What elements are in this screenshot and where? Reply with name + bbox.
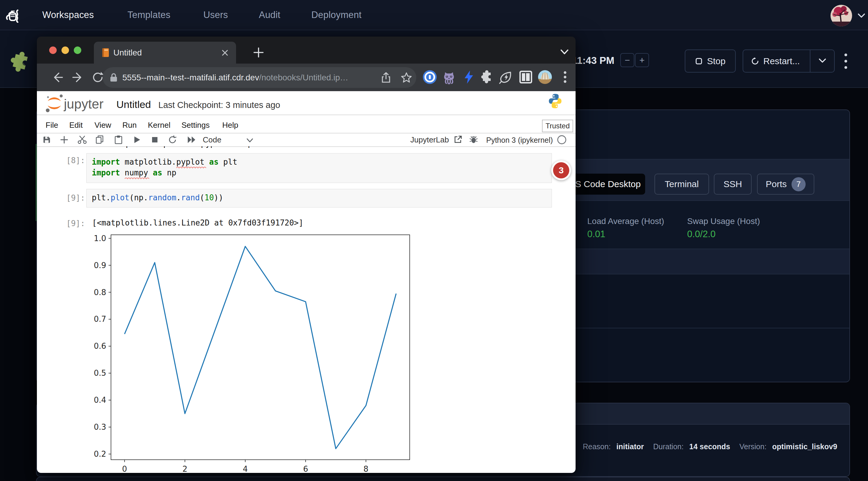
nav-deployment[interactable]: Deployment <box>311 0 362 30</box>
svg-text:0: 0 <box>122 464 127 472</box>
nav-templates[interactable]: Templates <box>127 0 170 30</box>
add-cell-icon[interactable] <box>60 135 69 144</box>
new-tab-button[interactable] <box>253 47 264 58</box>
notification-badge[interactable]: 3 <box>551 160 571 180</box>
url-host: 5555--main--test--matifali.atif.cdr.dev <box>122 73 259 83</box>
stop-button[interactable]: Stop <box>685 50 736 72</box>
run-icon[interactable] <box>133 135 141 144</box>
interrupt-icon[interactable] <box>151 135 159 144</box>
external-link-icon[interactable] <box>454 135 463 144</box>
traffic-zoom-button[interactable] <box>74 46 81 54</box>
swap-usage-value: 0.0/2.0 <box>687 229 716 239</box>
app-vscode-desktop-button[interactable]: VS Code Desktop <box>565 173 645 195</box>
menu-divider <box>37 133 576 133</box>
paste-icon[interactable] <box>114 135 123 145</box>
restart-icon <box>751 57 760 65</box>
stop-label: Stop <box>707 56 725 66</box>
svg-text:0.2: 0.2 <box>94 450 106 458</box>
svg-text:0.6: 0.6 <box>94 342 106 351</box>
url-text: 5555--main--test--matifali.atif.cdr.dev/… <box>122 67 348 88</box>
user-avatar[interactable] <box>831 5 852 26</box>
cell9-input[interactable]: plt.plot(np.random.rand(10)) <box>86 189 552 207</box>
jupyterlab-link[interactable]: JupyterLab <box>410 135 449 145</box>
output9-prompt: [9]: <box>66 219 85 228</box>
copy-icon[interactable] <box>95 135 104 145</box>
python-logo-icon <box>547 93 563 109</box>
svg-text:0.7: 0.7 <box>94 315 106 324</box>
reason-value: initiator <box>616 442 644 451</box>
notification-count: 3 <box>553 162 569 179</box>
notebook-favicon <box>100 47 111 58</box>
duration-label: Duration: <box>653 442 684 451</box>
browser-kebab-menu-icon[interactable] <box>562 70 568 84</box>
app-ssh-button[interactable]: SSH <box>714 173 752 195</box>
run-all-icon[interactable] <box>187 135 197 144</box>
menu-file[interactable]: File <box>45 118 58 133</box>
tab-search-chevron-icon[interactable] <box>559 48 570 56</box>
menu-help[interactable]: Help <box>222 118 238 133</box>
nav-audit[interactable]: Audit <box>259 0 280 30</box>
cell-type-dropdown[interactable]: Code <box>203 135 221 145</box>
extensions-puzzle-icon[interactable] <box>480 70 494 84</box>
back-icon[interactable] <box>51 71 64 84</box>
schedule-minus-button[interactable]: − <box>620 53 634 67</box>
version-label: Version: <box>739 442 766 451</box>
cell8-input[interactable]: import matplotlib.pyplot as plt import n… <box>86 153 552 183</box>
workspace-kebab-menu-icon[interactable] <box>843 52 849 71</box>
clipped-code-text: import matplotlib.pyplot as plt <box>116 146 262 148</box>
bookmark-star-icon[interactable] <box>400 72 412 84</box>
app-terminal-button[interactable]: Terminal <box>654 173 709 195</box>
duration-value: 14 seconds <box>689 442 730 451</box>
cell9-code-line: plt.plot(np.random.rand(10)) <box>92 193 223 202</box>
jupyter-wordmark: jupyter <box>64 97 103 111</box>
restart-chevron-down-icon[interactable] <box>817 58 827 64</box>
onepassword-extension-icon[interactable] <box>423 70 437 84</box>
bolt-extension-icon[interactable] <box>462 70 475 84</box>
kernel-name[interactable]: Python 3 (ipykernel) <box>486 136 553 145</box>
traffic-minimize-button[interactable] <box>61 46 69 54</box>
debugger-bug-icon[interactable] <box>469 135 478 144</box>
ports-label: Ports <box>766 179 787 189</box>
kernel-status-icon <box>557 135 567 145</box>
stop-icon <box>695 57 703 65</box>
cell8-prompt: [8]: <box>66 156 85 165</box>
menu-settings[interactable]: Settings <box>182 118 210 133</box>
cell-type-chevron-icon[interactable] <box>245 138 254 143</box>
menu-kernel[interactable]: Kernel <box>148 118 170 133</box>
menu-edit[interactable]: Edit <box>69 118 83 133</box>
sidebar-extension-icon[interactable] <box>519 70 532 84</box>
address-bar[interactable]: 5555--main--test--matifali.atif.cdr.dev/… <box>102 67 416 88</box>
menu-run[interactable]: Run <box>122 118 137 133</box>
profile-avatar-icon[interactable] <box>538 70 552 84</box>
restart-split-divider <box>810 50 810 72</box>
clipped-code-line: import matplotlib.pyplot as plt <box>116 146 311 150</box>
forward-icon[interactable] <box>71 71 84 84</box>
coder-logo-icon[interactable] <box>5 7 21 23</box>
bottom-strip <box>36 477 850 481</box>
restart-kernel-icon[interactable] <box>168 135 177 144</box>
browser-tabstrip: Untitled <box>37 37 576 64</box>
notebook-title[interactable]: Untitled <box>116 99 151 110</box>
jupyter-logo-icon <box>45 92 64 115</box>
leaf-extension-icon[interactable] <box>499 70 514 84</box>
svg-text:6: 6 <box>303 464 308 472</box>
share-icon[interactable] <box>380 72 392 84</box>
output9-text: [<matplotlib.lines.Line2D at 0x7fd03f191… <box>92 218 303 227</box>
octocat-extension-icon[interactable] <box>442 70 456 84</box>
trusted-button[interactable]: Trusted <box>542 120 573 132</box>
traffic-close-button[interactable] <box>49 46 57 54</box>
menu-view[interactable]: View <box>94 118 111 133</box>
svg-text:0.3: 0.3 <box>94 422 106 431</box>
cut-icon[interactable] <box>78 135 87 144</box>
account-chevron-down-icon[interactable] <box>856 12 867 19</box>
save-icon[interactable] <box>42 135 51 144</box>
schedule-plus-button[interactable]: + <box>635 53 649 67</box>
browser-tab[interactable]: Untitled <box>94 42 236 64</box>
nav-workspaces[interactable]: Workspaces <box>42 0 94 30</box>
matplotlib-figure: 0.20.30.40.50.60.70.80.91.002468 <box>93 232 438 472</box>
tab-close-icon[interactable] <box>221 49 229 57</box>
tab-title: Untitled <box>113 42 142 64</box>
load-average-label: Load Average (Host) <box>587 217 664 226</box>
app-ports-button[interactable]: Ports 7 <box>757 173 814 195</box>
nav-users[interactable]: Users <box>203 0 228 30</box>
